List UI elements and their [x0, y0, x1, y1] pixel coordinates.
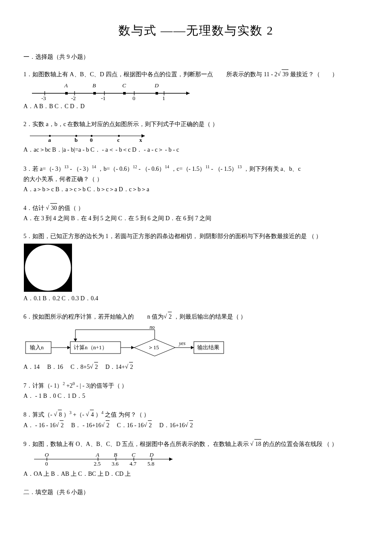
q9-number-line: OAB CD 02.53.6 4.75.8: [28, 451, 181, 468]
q3-g: ，则下列有关 a、b、c: [243, 165, 301, 172]
svg-text:x: x: [139, 137, 142, 143]
q6-sqrtC: 2: [94, 362, 98, 372]
svg-text:0: 0: [90, 137, 93, 143]
svg-point-32: [25, 244, 71, 290]
q8-optA: A． - 16 - 16: [23, 422, 55, 428]
svg-text:-1: -1: [101, 95, 106, 100]
svg-point-29: [91, 135, 92, 137]
q1-options: A．A B．B C．C D．D: [23, 102, 369, 111]
svg-text:D: D: [154, 82, 159, 89]
svg-text:＞15: ＞15: [148, 344, 159, 351]
svg-rect-13: [123, 92, 126, 95]
q9-a: 9．如图，数轴上有 O、A、B、C、D 五点，根据图中各点所表示的数， 在数轴上…: [23, 441, 250, 447]
q4-a: 4．估计: [23, 205, 46, 211]
svg-text:计算n（n+1）: 计算n（n+1）: [74, 344, 107, 351]
q8-optB: B． - 16+16: [71, 422, 101, 428]
q9-b: 的点的位置会落在线段 （ ）: [263, 441, 337, 447]
question-1: 1．如图数轴上有 A、B、C、D 四点，根据图中各点的位置，判断那一点 所表示的…: [23, 69, 369, 111]
svg-text:A: A: [95, 451, 99, 458]
q8-d: ）: [95, 411, 101, 418]
q8-sqC: 2: [148, 420, 152, 430]
svg-text:D: D: [149, 451, 154, 458]
svg-rect-11: [65, 92, 68, 95]
question-8: 8．算式（- 8 ）3 +（- 4 ）4 之值 为何？（ ） A． - 16 -…: [23, 409, 369, 430]
svg-text:1: 1: [162, 95, 165, 100]
q8-c: +（-: [73, 411, 86, 418]
q3-b: - （- 3）: [70, 165, 92, 172]
sqrt-30: 30: [50, 203, 57, 213]
q3-e1: 13: [64, 164, 69, 169]
q3-line2: 的大小关系，何者正确？（ ）: [23, 175, 369, 184]
svg-text:5.8: 5.8: [147, 460, 154, 467]
q8-sqrt1: 8: [58, 410, 62, 420]
q5-options: A．0.1 B．0.2 C．0.3 D．0.4: [23, 294, 369, 303]
q7-e2: 0: [73, 381, 75, 386]
question-9: 9．如图，数轴上有 O、A、B、C、D 五点，根据图中各点所表示的数， 在数轴上…: [23, 439, 369, 479]
page-title: 数与式 ——无理数与实数 2: [23, 21, 369, 40]
question-3: 3．若 a=（- 3）13 - （- 3）14 ，b=（- 0.6）12 - （…: [23, 164, 369, 195]
q9-sqrt: 18: [254, 439, 261, 449]
q1-number-line: AB CD -3-2-1 01: [28, 81, 198, 100]
sqrt-39: 39: [282, 69, 288, 79]
svg-marker-54: [169, 457, 173, 461]
svg-marker-36: [67, 346, 70, 349]
svg-text:输入n: 输入n: [30, 344, 44, 351]
q7-b: +2: [66, 382, 73, 389]
q3-e2: 14: [92, 164, 96, 169]
svg-marker-1: [186, 92, 190, 95]
question-4: 4．估计 30 的值（ ） A．在 3 到 4 之间 B．在 4 到 5 之间 …: [23, 203, 369, 224]
q1-stem-a: 1．如图数轴上有 A、B、C、D 四点，根据图中各点的位置，判断那一点: [23, 71, 213, 78]
q8-a: 8．算式（-: [23, 411, 54, 418]
q6-sqrt: 2: [168, 312, 172, 322]
q8-sqB: 2: [106, 420, 110, 430]
q3-f: - （- 1.5）: [211, 165, 237, 172]
q8-e2: 4: [101, 410, 104, 415]
q8-sqA: 2: [60, 420, 63, 430]
section-1-heading: 一．选择题（共 9 小题）: [23, 52, 369, 62]
q8-e1: 3: [69, 410, 72, 415]
q8-e: 之值 为何？（ ）: [105, 411, 150, 418]
svg-point-27: [49, 135, 51, 137]
svg-rect-14: [156, 92, 158, 95]
question-6: 6．按如图所示的程序计算，若开始输入的 n 值为2 ，则最后输出的结果是（ ） …: [23, 312, 369, 372]
svg-text:c: c: [117, 137, 120, 143]
q3-options: A．a＞b＞c B．a＞c＞b C．b＞c＞a D．c＞b＞a: [23, 185, 369, 194]
q5-figure: [23, 243, 72, 292]
q6-optD: D．14+: [105, 364, 125, 370]
svg-point-30: [118, 135, 120, 137]
svg-text:B: B: [114, 451, 117, 458]
q7-e1: 2: [63, 381, 65, 386]
svg-text:0: 0: [133, 95, 135, 100]
q2-number-line: ab 0c x: [28, 131, 151, 144]
question-5: 5．如图，已知正方形的边长为 1，若圆与正方形的四条边都相切， 则阴影部分的面积…: [23, 232, 369, 303]
svg-rect-12: [93, 92, 96, 95]
svg-text:-2: -2: [71, 95, 76, 100]
q8-b: ）: [63, 411, 69, 418]
svg-text:A: A: [64, 82, 68, 89]
svg-text:-3: -3: [41, 95, 46, 100]
q2-options: A．ac＞bc B．|a - b|=a - b C． - a＜ - b＜c D．…: [23, 145, 369, 155]
q6-a: 6．按如图所示的程序计算，若开始输入的: [23, 313, 134, 320]
q6-optC: C．8+5: [70, 364, 89, 370]
svg-text:3.6: 3.6: [112, 460, 119, 467]
q8-optC: C．16 - 16: [117, 422, 144, 428]
q8-optD: D．16+16: [159, 422, 185, 428]
q7-options: A． - 1 B．0 C．1 D．5: [23, 391, 369, 401]
svg-marker-44: [191, 346, 194, 349]
q8-sqrt2: 4: [90, 410, 94, 420]
q2-stem: 2．实数 a，b，c 在数轴上对应的点如图所示，则下列式子中正确的是（ ）: [23, 120, 369, 129]
svg-text:O: O: [45, 451, 49, 458]
q3-a: 3．若 a=（- 3）: [23, 165, 64, 172]
q3-d: - （- 0.6）: [138, 165, 165, 172]
q6-sqrtD: 2: [129, 362, 133, 372]
q5-stem: 5．如图，已知正方形的边长为 1，若圆与正方形的四条边都相切， 则阴影部分的面积…: [23, 232, 369, 241]
q1-stem-d: ）: [332, 71, 338, 78]
section-2-heading: 二．填空题（共 6 小题）: [23, 488, 369, 497]
q6-optA: A．14: [23, 364, 40, 370]
q6-flowchart: 输入n 计算n（n+1） ＞15 yes 输出结果 no: [23, 325, 228, 359]
q8-sqD: 2: [189, 420, 193, 430]
q1-stem-c: 最接近？（: [290, 71, 320, 78]
svg-text:yes: yes: [179, 340, 186, 346]
question-7: 7．计算（- 1）2 +20 - | - 3|的值等于（ ） A． - 1 B．…: [23, 380, 369, 401]
svg-text:C: C: [122, 82, 126, 89]
